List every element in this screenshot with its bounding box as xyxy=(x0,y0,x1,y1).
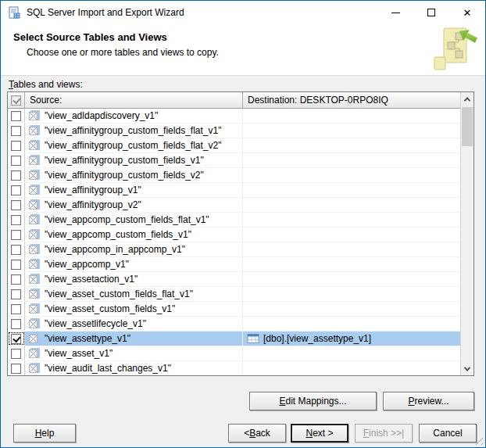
source-cell[interactable]: "view_adldapdiscovery_v1" xyxy=(25,109,243,123)
close-button[interactable]: ✕ xyxy=(449,1,485,24)
finish-button[interactable]: Finish >>| xyxy=(355,424,413,443)
table-row[interactable]: "view_appcomp_custom_fields_flat_v1" xyxy=(8,213,460,228)
table-row[interactable]: "view_affinitygroup_custom_fields_flat_v… xyxy=(8,124,460,138)
source-cell[interactable]: "view_affinitygroup_custom_fields_v1" xyxy=(25,153,243,167)
source-cell[interactable]: "view_affinitygroup_custom_fields_flat_v… xyxy=(25,124,243,138)
preview-button[interactable]: Preview... xyxy=(383,392,474,410)
row-checkbox[interactable] xyxy=(8,361,25,375)
table-row[interactable]: "view_affinitygroup_v1" xyxy=(8,183,460,198)
table-row[interactable]: "view_affinitygroup_custom_fields_flat_v… xyxy=(8,138,460,153)
source-cell[interactable]: "view_affinitygroup_v1" xyxy=(25,183,243,197)
row-checkbox-box[interactable] xyxy=(11,349,21,359)
destination-cell[interactable] xyxy=(243,124,460,138)
table-row[interactable]: "view_affinitygroup_custom_fields_v1" xyxy=(8,153,460,168)
row-checkbox-box[interactable] xyxy=(11,215,21,225)
table-row[interactable]: "view_adldapdiscovery_v1" xyxy=(8,109,460,124)
table-row[interactable]: "view_asset_custom_fields_v1" xyxy=(8,302,460,317)
destination-cell[interactable]: [dbo].[view_assettype_v1] xyxy=(243,332,460,346)
row-checkbox[interactable] xyxy=(8,109,25,123)
destination-cell[interactable] xyxy=(243,346,460,360)
table-row[interactable]: "view_assettype_v1" [dbo].[view_assettyp… xyxy=(8,332,460,346)
destination-cell[interactable] xyxy=(243,242,460,256)
destination-cell[interactable] xyxy=(243,228,460,242)
row-checkbox[interactable] xyxy=(8,257,25,271)
row-checkbox-box[interactable] xyxy=(11,289,21,299)
source-cell[interactable]: "view_assettype_v1" xyxy=(25,332,243,346)
destination-cell[interactable] xyxy=(243,213,460,227)
destination-cell[interactable] xyxy=(243,168,460,182)
row-checkbox[interactable] xyxy=(8,332,25,346)
row-checkbox-box[interactable] xyxy=(11,185,21,195)
source-cell[interactable]: "view_assetlifecycle_v1" xyxy=(25,317,243,331)
scroll-down-button[interactable] xyxy=(461,362,473,375)
vertical-scrollbar[interactable] xyxy=(460,92,473,375)
edit-mappings-button[interactable]: Edit Mappings... xyxy=(249,392,377,410)
row-checkbox-box[interactable] xyxy=(11,304,21,314)
row-checkbox-box[interactable] xyxy=(11,200,21,210)
source-cell[interactable]: "view_appcomp_custom_fields_v1" xyxy=(25,228,243,242)
source-cell[interactable]: "view_assetaction_v1" xyxy=(25,272,243,286)
destination-cell[interactable] xyxy=(243,198,460,212)
row-checkbox[interactable] xyxy=(8,124,25,138)
table-row[interactable]: "view_asset_v1" xyxy=(8,346,460,361)
next-button[interactable]: Next > xyxy=(291,424,348,443)
table-row[interactable]: "view_appcomp_v1" xyxy=(8,257,460,272)
source-cell[interactable]: "view_affinitygroup_custom_fields_flat_v… xyxy=(25,138,243,152)
row-checkbox-box[interactable] xyxy=(11,156,21,166)
row-checkbox[interactable] xyxy=(8,346,25,360)
source-cell[interactable]: "view_affinitygroup_custom_fields_v2" xyxy=(25,168,243,182)
row-checkbox[interactable] xyxy=(8,287,25,301)
table-row[interactable]: "view_affinitygroup_custom_fields_v2" xyxy=(8,168,460,183)
help-button[interactable]: Help xyxy=(13,424,76,443)
table-row[interactable]: "view_appcomp_custom_fields_v1" xyxy=(8,228,460,242)
row-checkbox[interactable] xyxy=(8,138,25,152)
destination-column-header[interactable]: Destination: DESKTOP-0RPO8IQ xyxy=(243,92,460,108)
row-checkbox[interactable] xyxy=(8,198,25,212)
row-checkbox[interactable] xyxy=(8,168,25,182)
scrollbar-thumb[interactable] xyxy=(462,107,473,146)
destination-cell[interactable] xyxy=(243,302,460,316)
row-checkbox-box[interactable] xyxy=(11,245,21,255)
destination-cell[interactable] xyxy=(243,109,460,123)
row-checkbox-box[interactable] xyxy=(11,334,21,344)
row-checkbox-box[interactable] xyxy=(11,364,21,374)
row-checkbox[interactable] xyxy=(8,272,25,286)
destination-cell[interactable] xyxy=(243,317,460,331)
cancel-button[interactable]: Cancel xyxy=(419,424,477,443)
destination-cell[interactable] xyxy=(243,287,460,301)
source-cell[interactable]: "view_asset_v1" xyxy=(25,346,243,360)
back-button[interactable]: < Back xyxy=(228,424,286,443)
row-checkbox[interactable] xyxy=(8,183,25,197)
row-checkbox[interactable] xyxy=(8,302,25,316)
source-column-header[interactable]: Source: xyxy=(25,92,243,108)
row-checkbox-box[interactable] xyxy=(11,230,21,240)
source-cell[interactable]: "view_asset_custom_fields_v1" xyxy=(25,302,243,316)
row-checkbox-box[interactable] xyxy=(11,111,21,121)
row-checkbox[interactable] xyxy=(8,213,25,227)
row-checkbox-box[interactable] xyxy=(11,274,21,285)
source-cell[interactable]: "view_affinitygroup_v2" xyxy=(25,198,243,212)
table-row[interactable]: "view_asset_custom_fields_flat_v1" xyxy=(8,287,460,302)
destination-cell[interactable] xyxy=(243,361,460,375)
source-cell[interactable]: "view_asset_custom_fields_flat_v1" xyxy=(25,287,243,301)
row-checkbox-box[interactable] xyxy=(11,260,21,270)
source-cell[interactable]: "view_appcomp_custom_fields_flat_v1" xyxy=(25,213,243,227)
row-checkbox[interactable] xyxy=(8,228,25,242)
row-checkbox-box[interactable] xyxy=(11,141,21,151)
row-checkbox-box[interactable] xyxy=(11,170,21,181)
row-checkbox[interactable] xyxy=(8,242,25,256)
source-cell[interactable]: "view_appcomp_v1" xyxy=(25,257,243,271)
source-cell[interactable]: "view_audit_last_changes_v1" xyxy=(25,361,243,375)
table-row[interactable]: "view_audit_last_changes_v1" xyxy=(8,361,460,375)
destination-cell[interactable] xyxy=(243,183,460,197)
destination-cell[interactable] xyxy=(243,272,460,286)
maximize-button[interactable] xyxy=(413,1,449,24)
row-checkbox-box[interactable] xyxy=(11,126,21,136)
destination-cell[interactable] xyxy=(243,138,460,152)
select-all-checkbox[interactable] xyxy=(8,92,25,108)
table-row[interactable]: "view_appcomp_in_appcomp_v1" xyxy=(8,242,460,257)
select-all-checkbox-box[interactable] xyxy=(11,95,21,106)
row-checkbox[interactable] xyxy=(8,317,25,331)
table-row[interactable]: "view_assetlifecycle_v1" xyxy=(8,317,460,332)
scroll-up-button[interactable] xyxy=(461,92,473,106)
